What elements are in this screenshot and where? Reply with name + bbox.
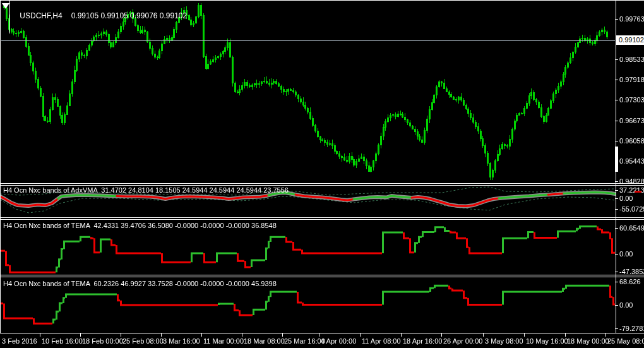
window-divider[interactable] — [0, 219, 644, 220]
time-axis-label: 18 Apr 16:00 — [403, 337, 442, 345]
time-axis-tick — [319, 333, 319, 337]
axis-tick — [615, 209, 618, 210]
chart-shift-line — [9, 1, 10, 33]
indicator-axis-label: -47.3853 — [619, 268, 644, 275]
price-axis-label: 0.97303 — [619, 96, 644, 104]
time-axis-label: 25 May 08:00 — [607, 337, 644, 345]
window-divider[interactable] — [0, 275, 644, 275]
chart-canvas[interactable] — [0, 0, 644, 348]
indicator1-header: H4 Ocn Nxc bands of AdxVMA 31.4702 24.81… — [3, 186, 289, 194]
axis-tick — [615, 121, 618, 121]
axis-tick — [615, 228, 618, 229]
axis-tick — [615, 305, 618, 306]
time-axis-tick — [605, 333, 606, 337]
price-axis-label: 0.95443 — [619, 157, 644, 165]
mt4-chart-window: USDCHF,H40.99105 0.99105 0.99076 0.99102… — [0, 0, 644, 348]
time-axis-label: 25 Feb 08:00 — [122, 337, 164, 345]
axis-tick — [615, 141, 618, 141]
time-axis-label: 10 Feb 16:00 — [42, 337, 83, 345]
window-divider[interactable] — [0, 183, 644, 184]
axis-tick — [615, 59, 618, 60]
indicator-axis-label: 0.00 — [619, 195, 633, 202]
price-axis-label: 0.99763 — [619, 15, 644, 23]
time-axis-tick — [360, 333, 361, 337]
time-axis-tick — [483, 333, 484, 337]
axis-tick — [615, 198, 618, 199]
time-axis-label: 11 Mar 00:00 — [203, 337, 244, 345]
axis-tick — [615, 181, 618, 182]
symbol-period-label: USDCHF,H4 — [20, 11, 62, 20]
time-axis-tick — [242, 333, 242, 337]
time-axis-tick — [40, 333, 40, 337]
indicator-axis-label: -79.2781 — [619, 325, 644, 332]
time-axis-label: 18 Mar 08:00 — [244, 337, 285, 345]
time-axis-label: 25 Mar 16:00 — [284, 337, 325, 345]
chart-left-border — [0, 0, 1, 333]
indicator2-header: H4 Ocn Nxc bands of TEMA 42.4331 39.4706… — [3, 222, 277, 229]
time-axis-tick — [565, 333, 566, 337]
window-divider[interactable] — [0, 277, 644, 277]
time-axis-tick — [524, 333, 525, 337]
time-axis-label: 10 May 16:00 — [526, 337, 568, 345]
indicator-axis-label: 60.6549 — [619, 224, 644, 232]
indicator-axis-label: 37.2213 — [619, 186, 644, 194]
time-axis-label: 18 Feb 00:00 — [82, 337, 123, 345]
axis-tick — [615, 282, 618, 282]
time-axis-tick — [161, 333, 162, 337]
price-axis-label: 0.94828 — [619, 177, 644, 185]
time-axis-label: 18 May 00:00 — [567, 337, 609, 345]
chart-title: USDCHF,H40.99105 0.99105 0.99076 0.99102 — [11, 3, 187, 29]
indicator-value-marker — [635, 191, 641, 193]
price-axis-label: 0.98533 — [619, 56, 644, 63]
indicator-axis-label: -55.0725 — [619, 205, 644, 213]
price-scale-marker[interactable] — [615, 147, 618, 172]
axis-tick — [615, 190, 618, 191]
time-axis-label: 3 Feb 2016 — [2, 337, 37, 345]
time-axis-label: 3 May 08:00 — [485, 337, 523, 345]
current-price-label: 0.99102 — [616, 35, 644, 45]
time-axis-tick — [80, 333, 81, 337]
time-axis-tick — [441, 333, 442, 337]
axis-tick — [615, 100, 618, 100]
time-axis-tick — [201, 333, 202, 337]
axis-tick — [615, 19, 618, 20]
chart-top-border — [0, 0, 644, 1]
time-axis-tick — [282, 333, 283, 337]
axis-tick — [615, 272, 618, 272]
price-axis-label: 0.97918 — [619, 76, 644, 83]
time-axis-label: 11 Apr 08:00 — [362, 337, 401, 345]
price-axis-label: 0.96058 — [619, 137, 644, 145]
axis-tick — [615, 328, 618, 329]
time-axis-label: 3 Mar 16:00 — [163, 337, 200, 345]
time-axis-label: 4 Apr 00:00 — [321, 337, 356, 345]
time-axis-label: 26 Apr 00:00 — [443, 337, 482, 345]
price-axis-label: 0.96673 — [619, 117, 644, 124]
time-axis-border — [0, 333, 644, 333]
axis-tick — [615, 80, 618, 80]
ohlc-values: 0.99105 0.99105 0.99076 0.99102 — [71, 11, 188, 20]
window-divider[interactable] — [0, 185, 644, 186]
indicator-axis-label: 0.00 — [619, 301, 633, 309]
time-axis-tick — [121, 333, 121, 337]
axis-tick — [615, 254, 618, 255]
indicator-axis-label: 68.626 — [619, 278, 641, 285]
indicator-axis-label: 0.00 — [619, 250, 633, 258]
indicator3-header: H4 Ocn Nxc bands of TEMA 60.2326 46.9927… — [3, 280, 277, 287]
chart-shift-marker-icon[interactable] — [2, 3, 9, 9]
window-divider[interactable] — [0, 217, 644, 218]
time-axis-tick — [401, 333, 402, 337]
